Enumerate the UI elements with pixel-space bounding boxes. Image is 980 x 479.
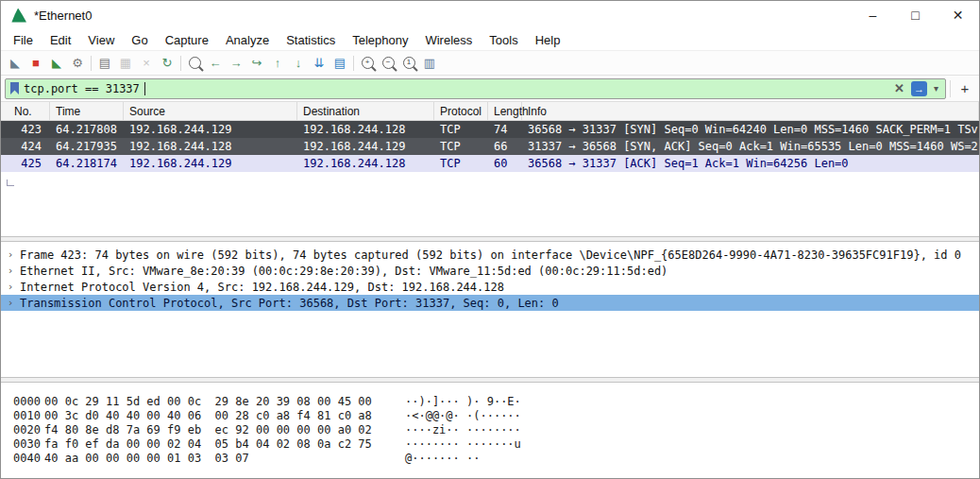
cell-no: 425	[1, 157, 50, 170]
filter-bar: tcp.port == 31337 ✕ → ▾ +	[1, 76, 979, 102]
capture-options-button[interactable]: ⚙	[67, 53, 88, 73]
cell-time: 64.218174	[50, 157, 124, 170]
go-to-packet-button[interactable]: ↪	[246, 53, 267, 73]
clear-filter-icon: ✕	[894, 81, 904, 95]
cell-time: 64.217808	[50, 123, 124, 136]
menu-tools[interactable]: Tools	[481, 31, 526, 49]
display-filter-field[interactable]: tcp.port == 31337 ✕ → ▾	[5, 78, 946, 99]
hex-bytes[interactable]: fa f0 ef da 00 00 02 04 05 b4 04 02 08 0…	[44, 437, 382, 451]
reload-capture-icon: ↻	[162, 56, 173, 70]
expand-arrow-icon[interactable]: ›	[1, 248, 20, 261]
wireshark-window: *Ethernet0 – □ ✕ File Edit View Go Captu…	[0, 0, 980, 479]
window-title: *Ethernet0	[34, 9, 92, 23]
hex-bytes[interactable]: 00 3c d0 40 40 00 40 06 00 28 c0 a8 f4 8…	[44, 409, 382, 422]
expand-arrow-icon[interactable]: ›	[1, 297, 20, 309]
packet-row-425[interactable]: 425 64.218174 192.168.244.129 192.168.24…	[1, 155, 979, 172]
zoom-out-icon: −	[382, 57, 395, 69]
hex-bytes[interactable]: 00 0c 29 11 5d ed 00 0c 29 8e 20 39 08 0…	[44, 395, 382, 408]
find-packet-icon	[189, 57, 201, 69]
go-forward-button[interactable]: →	[226, 53, 246, 73]
go-last-packet-button[interactable]: ↓	[288, 53, 309, 73]
cell-length: 74	[488, 123, 522, 136]
display-filter-input[interactable]: tcp.port == 31337	[24, 82, 140, 95]
cell-source: 192.168.244.129	[124, 157, 297, 170]
resize-columns-icon: ▥	[424, 56, 435, 70]
zoom-in-button[interactable]: +	[357, 53, 378, 73]
cell-info: 31337 → 36568 [SYN, ACK] Seq=0 Ack=1 Win…	[522, 140, 979, 153]
menu-analyze[interactable]: Analyze	[217, 31, 278, 49]
cell-protocol: TCP	[434, 157, 488, 170]
colorize-packets-button[interactable]: ▤	[329, 53, 350, 73]
zoom-100-button[interactable]: 1	[398, 53, 419, 73]
close-button[interactable]: ✕	[937, 1, 979, 29]
filter-history-dropdown[interactable]: ▾	[932, 83, 940, 94]
menu-wireless[interactable]: Wireless	[416, 31, 481, 49]
hex-row[interactable]: 0040 40 aa 00 00 00 00 01 03 03 07 @····…	[1, 451, 979, 465]
detail-row-tcp[interactable]: › Transmission Control Protocol, Src Por…	[1, 295, 979, 311]
packet-row-424[interactable]: 424 64.217935 192.168.244.128 192.168.24…	[1, 138, 979, 155]
hex-ascii[interactable]: ····zi·· ········	[405, 423, 521, 436]
minimize-button[interactable]: –	[852, 1, 894, 29]
hex-row[interactable]: 0010 00 3c d0 40 40 00 40 06 00 28 c0 a8…	[1, 408, 979, 422]
menu-capture[interactable]: Capture	[157, 31, 217, 49]
menu-view[interactable]: View	[79, 31, 123, 49]
detail-row-ip[interactable]: › Internet Protocol Version 4, Src: 192.…	[1, 279, 979, 295]
column-header-source[interactable]: Source	[124, 102, 297, 120]
auto-scroll-icon: ⇊	[314, 56, 325, 70]
filter-bookmark-icon[interactable]	[10, 82, 19, 94]
menu-statistics[interactable]: Statistics	[278, 31, 344, 49]
maximize-button[interactable]: □	[894, 1, 937, 29]
expand-arrow-icon[interactable]: ›	[1, 281, 20, 293]
hex-ascii[interactable]: ········ ·······u	[405, 437, 521, 451]
hex-row[interactable]: 0020 f4 80 8e d8 7a 69 f9 eb ec 92 00 00…	[1, 422, 979, 436]
hex-offset: 0040	[1, 452, 44, 465]
hex-row[interactable]: 0030 fa f0 ef da 00 00 02 04 05 b4 04 02…	[1, 436, 979, 451]
open-capture-button[interactable]: ▤	[94, 53, 115, 73]
expand-arrow-icon[interactable]: ›	[1, 265, 20, 277]
column-header-length[interactable]: Length	[488, 102, 522, 120]
resize-columns-button[interactable]: ▥	[419, 53, 440, 73]
reload-capture-button[interactable]: ↻	[157, 53, 177, 73]
menu-help[interactable]: Help	[527, 31, 569, 49]
find-packet-button[interactable]	[184, 53, 205, 73]
filter-clear-button[interactable]: ✕	[892, 81, 906, 95]
capture-stop-button[interactable]: ■	[25, 53, 46, 73]
toolbar-separator	[180, 56, 181, 71]
menu-go[interactable]: Go	[123, 31, 156, 49]
column-header-no[interactable]: No.	[1, 102, 50, 120]
auto-scroll-button[interactable]: ⇊	[309, 53, 329, 73]
capture-stop-icon: ■	[32, 56, 40, 70]
capture-start-button[interactable]: ◣	[5, 53, 25, 73]
cell-no: 423	[1, 123, 50, 136]
filter-add-button[interactable]: +	[955, 79, 975, 98]
hex-ascii[interactable]: ·<·@@·@· ·(······	[405, 409, 521, 422]
close-capture-button[interactable]: ×	[136, 53, 157, 73]
go-back-icon: ←	[210, 56, 222, 70]
hex-row[interactable]: 0000 00 0c 29 11 5d ed 00 0c 29 8e 20 39…	[1, 394, 979, 408]
packet-details-pane: › Frame 423: 74 bytes on wire (592 bits)…	[1, 242, 979, 377]
hex-ascii[interactable]: ··)·]··· )· 9··E·	[405, 395, 521, 408]
go-first-packet-button[interactable]: ↑	[267, 53, 288, 73]
detail-text: Transmission Control Protocol, Src Port:…	[20, 297, 559, 310]
menu-telephony[interactable]: Telephony	[344, 31, 416, 49]
column-header-protocol[interactable]: Protocol	[434, 102, 488, 120]
conversation-bracket-icon	[7, 180, 14, 186]
detail-row-frame[interactable]: › Frame 423: 74 bytes on wire (592 bits)…	[1, 247, 979, 263]
save-capture-button[interactable]: ▦	[115, 53, 136, 73]
detail-row-ethernet[interactable]: › Ethernet II, Src: VMware_8e:20:39 (00:…	[1, 263, 979, 279]
capture-restart-button[interactable]: ◣	[46, 53, 67, 73]
column-header-time[interactable]: Time	[50, 102, 124, 120]
go-back-button[interactable]: ←	[205, 53, 226, 73]
column-header-destination[interactable]: Destination	[297, 102, 434, 120]
menu-edit[interactable]: Edit	[42, 31, 79, 49]
zoom-out-button[interactable]: −	[378, 53, 398, 73]
menu-file[interactable]: File	[5, 31, 42, 49]
filter-apply-button[interactable]: →	[911, 81, 927, 96]
cell-destination: 192.168.244.128	[297, 157, 434, 170]
packet-row-423[interactable]: 423 64.217808 192.168.244.129 192.168.24…	[1, 121, 979, 138]
hex-bytes[interactable]: 40 aa 00 00 00 00 01 03 03 07	[44, 452, 382, 465]
hex-ascii[interactable]: @······· ··	[405, 452, 480, 465]
go-last-packet-icon: ↓	[296, 56, 302, 70]
column-header-info[interactable]: Info	[522, 102, 979, 120]
hex-bytes[interactable]: f4 80 8e d8 7a 69 f9 eb ec 92 00 00 00 0…	[44, 423, 382, 436]
